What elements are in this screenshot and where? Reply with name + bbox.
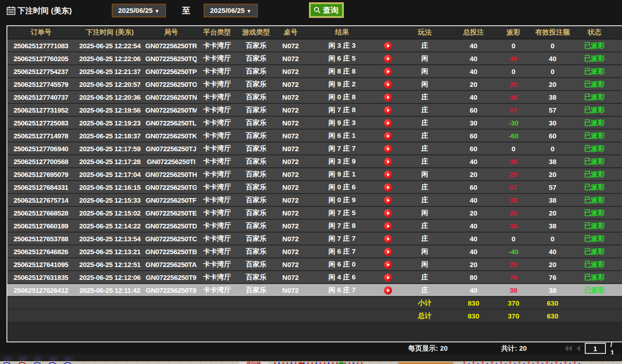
- play-video-icon[interactable]: [384, 55, 392, 63]
- query-button[interactable]: 查询: [309, 2, 344, 18]
- date-from-dropdown[interactable]: 2025/06/25▼: [112, 4, 166, 17]
- table-number: N072: [275, 219, 306, 232]
- game-result: 闲 3 庄 9: [306, 155, 378, 168]
- play-video-icon[interactable]: [384, 209, 392, 217]
- bet-side: 闲: [398, 168, 451, 181]
- table-row[interactable]: 2506251276685282025-06-25 12:15:02GN0722…: [7, 206, 622, 219]
- status-badge: 已派彩: [574, 39, 615, 52]
- bet-time: 2025-06-25 12:12:51: [74, 258, 145, 271]
- table-row[interactable]: 2506251277455792025-06-25 12:20:57GN0722…: [7, 78, 622, 91]
- play-video-icon[interactable]: [384, 171, 392, 179]
- round-id: GN072256250T9: [145, 271, 197, 284]
- play-video-icon[interactable]: [384, 183, 392, 192]
- play-video-icon[interactable]: [384, 42, 392, 50]
- background-road-dot: [282, 362, 284, 364]
- bet-order-id: 250625127641095: [7, 258, 74, 271]
- table-row[interactable]: 2506251276601892025-06-25 12:14:22GN0722…: [7, 219, 622, 232]
- total-bet: 40: [451, 245, 496, 258]
- play-video-icon[interactable]: [384, 145, 392, 153]
- status-badge: 已派彩: [574, 168, 615, 181]
- play-video-icon[interactable]: [384, 158, 392, 166]
- grand-total-valid-bet: 630: [531, 309, 574, 322]
- table-row[interactable]: 2506251276410952025-06-25 12:12:51GN0722…: [7, 258, 622, 271]
- table-row[interactable]: 2506251276318352025-06-25 12:12:06GN0722…: [7, 271, 622, 284]
- play-video-icon[interactable]: [384, 273, 392, 282]
- game-detail: [615, 245, 622, 258]
- table-row[interactable]: 2506251277149782025-06-25 12:18:37GN0722…: [7, 129, 622, 142]
- table-row[interactable]: 2506251276264122025-06-25 12:11:42GN0722…: [7, 284, 622, 296]
- bet-time: 2025-06-25 12:17:59: [74, 142, 145, 155]
- game-result: 闲 3 庄 3: [306, 39, 378, 52]
- table-row[interactable]: 2506251277710832025-06-25 12:22:54GN0722…: [7, 39, 622, 52]
- play-video-icon[interactable]: [384, 132, 392, 140]
- table-row[interactable]: 2506251277542372025-06-25 12:21:37GN0722…: [7, 65, 622, 78]
- bet-side: 庄: [398, 129, 451, 142]
- platform-type: 卡卡湾厅: [197, 271, 237, 284]
- payout: -30: [496, 116, 531, 129]
- play-video-icon[interactable]: [384, 222, 392, 230]
- play-cell: [378, 129, 398, 142]
- table-row[interactable]: 2506251276757142025-06-25 12:15:33GN0722…: [7, 193, 622, 206]
- play-cell: [378, 219, 398, 232]
- date-to-value: 2025/06/25: [210, 6, 245, 14]
- table-row[interactable]: 2506251276537882025-06-25 12:13:54GN0722…: [7, 232, 622, 245]
- play-video-icon[interactable]: [384, 196, 392, 205]
- payout: 76: [496, 271, 531, 284]
- header-game: 游: [615, 26, 622, 39]
- bet-time: 2025-06-25 12:16:15: [74, 181, 145, 193]
- play-cell: [378, 155, 398, 168]
- play-cell: [378, 168, 398, 181]
- play-video-icon[interactable]: [384, 261, 392, 269]
- play-video-icon[interactable]: [384, 93, 392, 102]
- bet-time: 2025-06-25 12:20:36: [74, 91, 145, 103]
- valid-bet: 0: [531, 142, 574, 155]
- play-video-icon[interactable]: [384, 119, 392, 127]
- table-row[interactable]: 2506251277005682025-06-25 12:17:28GN0722…: [7, 155, 622, 168]
- payout: 0: [496, 39, 531, 52]
- game-detail: [615, 39, 622, 52]
- date-to-dropdown[interactable]: 2025/06/25▼: [204, 4, 258, 17]
- pagination-bar: 每页显示: 20 共计: 20 / 1: [0, 342, 622, 354]
- bet-records-table: 订单号下注时间 (美东)局号平台类型游戏类型桌号结果玩法总投注派彩有效投注额状态…: [6, 25, 622, 342]
- subtotal-valid-bet: 630: [531, 296, 574, 309]
- payout: -60: [496, 129, 531, 142]
- play-video-icon[interactable]: [384, 80, 392, 89]
- game-detail: [615, 155, 622, 168]
- table-row[interactable]: 2506251277319522025-06-25 12:19:56GN0722…: [7, 103, 622, 116]
- status-badge: 已派彩: [574, 181, 615, 193]
- play-video-icon[interactable]: [384, 248, 392, 256]
- table-number: N072: [275, 284, 306, 296]
- first-page-icon[interactable]: [565, 345, 572, 352]
- payout: 57: [496, 103, 531, 116]
- table-row[interactable]: 2506251276843312025-06-25 12:16:15GN0722…: [7, 181, 622, 193]
- play-video-icon[interactable]: [384, 68, 392, 76]
- status-badge: 已派彩: [574, 232, 615, 245]
- table-row[interactable]: 2506251277069402025-06-25 12:17:59GN0722…: [7, 142, 622, 155]
- table-number: N072: [275, 116, 306, 129]
- table-row[interactable]: 2506251277407372025-06-25 12:20:36GN0722…: [7, 91, 622, 103]
- round-id: GN072256250TJ: [145, 142, 197, 155]
- previous-page-icon[interactable]: [575, 345, 582, 352]
- page-number-input[interactable]: [585, 343, 606, 354]
- background-road-dot: [295, 362, 297, 364]
- table-row[interactable]: 2506251277602052025-06-25 12:22:06GN0722…: [7, 52, 622, 65]
- table-row[interactable]: 2506251277250832025-06-25 12:19:23GN0722…: [7, 116, 622, 129]
- table-row[interactable]: 2506251276950792025-06-25 12:17:04GN0722…: [7, 168, 622, 181]
- grand-total-row: 总计 830 370 630: [7, 309, 622, 322]
- table-row[interactable]: 2506251276468262025-06-25 12:13:21GN0722…: [7, 245, 622, 258]
- platform-type: 卡卡湾厅: [197, 78, 237, 91]
- bet-side: 庄: [398, 116, 451, 129]
- background-road-dot: [500, 362, 502, 364]
- round-id: GN072256250TK: [145, 129, 197, 142]
- valid-bet: 38: [531, 193, 574, 206]
- play-video-icon[interactable]: [384, 235, 392, 243]
- game-result: 闲 7 庄 7: [306, 142, 378, 155]
- payout: 20: [496, 258, 531, 271]
- platform-type: 卡卡湾厅: [197, 168, 237, 181]
- play-video-icon[interactable]: [384, 106, 392, 114]
- background-road-dot: [546, 362, 548, 364]
- background-road-dot: [519, 362, 520, 364]
- bet-time: 2025-06-25 12:22:54: [74, 39, 145, 52]
- table-number: N072: [275, 142, 306, 155]
- play-video-icon[interactable]: [384, 286, 392, 295]
